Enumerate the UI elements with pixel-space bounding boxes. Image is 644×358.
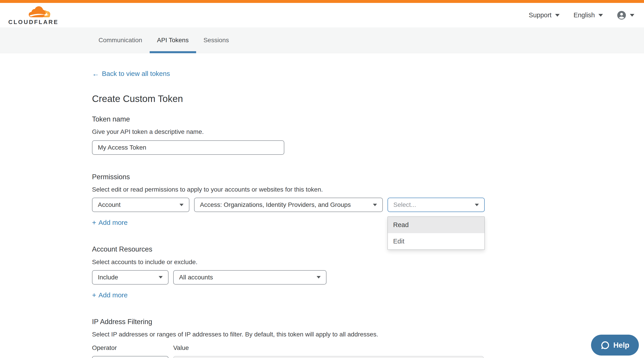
permissions-add-more-link[interactable]: + Add more: [92, 219, 128, 226]
help-button[interactable]: Help: [591, 335, 639, 355]
language-menu[interactable]: English: [574, 12, 603, 19]
token-name-heading: Token name: [92, 115, 644, 123]
resource-accounts-value: All accounts: [179, 274, 213, 281]
chevron-down-icon: [555, 14, 560, 17]
chevron-down-icon: [373, 204, 377, 206]
back-to-tokens-link[interactable]: ← Back to view all tokens: [92, 70, 170, 78]
chevron-down-icon: [180, 204, 184, 206]
resource-include-value: Include: [98, 274, 118, 281]
plus-icon: +: [92, 291, 96, 299]
top-accent-bar: [0, 0, 644, 3]
resources-add-more-link[interactable]: + Add more: [92, 291, 128, 299]
add-more-label: Add more: [98, 219, 128, 226]
cloudflare-wordmark: CLOUDFLARE: [8, 19, 58, 25]
page-title: Create Custom Token: [92, 93, 644, 104]
ip-operator-select[interactable]: Select...: [92, 356, 168, 358]
account-resources-row: Include All accounts: [92, 270, 644, 284]
token-name-input[interactable]: [92, 140, 284, 155]
tab-sessions[interactable]: Sessions: [196, 28, 236, 53]
operator-label: Operator: [92, 344, 168, 351]
resource-include-select[interactable]: Include: [92, 270, 168, 284]
add-more-label: Add more: [98, 291, 128, 299]
cloudflare-logo[interactable]: CLOUDFLARE: [8, 6, 58, 25]
ip-value-input[interactable]: [173, 356, 484, 358]
chevron-down-icon: [316, 276, 321, 278]
permissions-row: Account Access: Organizations, Identity …: [92, 198, 644, 212]
account-menu[interactable]: [617, 11, 634, 20]
help-button-label: Help: [613, 341, 630, 349]
main-content: ← Back to view all tokens Create Custom …: [0, 53, 644, 358]
permission-level-placeholder: Select...: [393, 201, 416, 208]
left-arrow-icon: ←: [92, 70, 99, 77]
support-menu[interactable]: Support: [529, 12, 560, 19]
cloudflare-cloud-icon: [28, 6, 52, 19]
ip-filtering-heading: IP Address Filtering: [92, 317, 644, 326]
permission-resource-value: Access: Organizations, Identity Provider…: [200, 201, 351, 208]
user-avatar-icon: [617, 11, 626, 20]
tab-bar: Communication API Tokens Sessions: [0, 28, 644, 53]
language-menu-label: English: [574, 12, 595, 19]
tab-api-tokens[interactable]: API Tokens: [150, 28, 196, 53]
chevron-down-icon: [630, 14, 634, 17]
header: CLOUDFLARE Support English: [0, 3, 644, 28]
token-name-description: Give your API token a descriptive name.: [92, 128, 644, 135]
support-menu-label: Support: [529, 12, 552, 19]
permission-scope-value: Account: [98, 201, 120, 208]
ip-filtering-row: Select...: [92, 356, 644, 358]
permission-level-menu: Read Edit: [388, 216, 485, 250]
account-resources-description: Select accounts to include or exclude.: [92, 258, 644, 266]
permissions-heading: Permissions: [92, 173, 644, 181]
chat-bubble-icon: [600, 340, 610, 350]
permission-level-wrap: Select... Read Edit: [388, 198, 485, 212]
resource-accounts-select[interactable]: All accounts: [173, 270, 326, 284]
tab-communication[interactable]: Communication: [91, 28, 150, 53]
chevron-down-icon: [598, 14, 603, 17]
value-label: Value: [173, 344, 189, 351]
permissions-description: Select edit or read permissions to apply…: [92, 186, 644, 193]
account-resources-heading: Account Resources: [92, 245, 644, 253]
chevron-down-icon: [159, 276, 163, 278]
menu-option-edit[interactable]: Edit: [388, 233, 484, 249]
menu-option-read[interactable]: Read: [388, 217, 484, 233]
chevron-down-icon: [475, 204, 479, 206]
plus-icon: +: [92, 219, 96, 226]
permission-level-select[interactable]: Select...: [388, 198, 485, 212]
permission-resource-select[interactable]: Access: Organizations, Identity Provider…: [194, 198, 383, 212]
header-right-controls: Support English: [529, 11, 634, 20]
permission-scope-select[interactable]: Account: [92, 198, 190, 212]
back-link-label: Back to view all tokens: [102, 70, 170, 78]
ip-filtering-labels: Operator Value: [92, 344, 644, 351]
ip-filtering-description: Select IP addresses or ranges of IP addr…: [92, 331, 644, 338]
